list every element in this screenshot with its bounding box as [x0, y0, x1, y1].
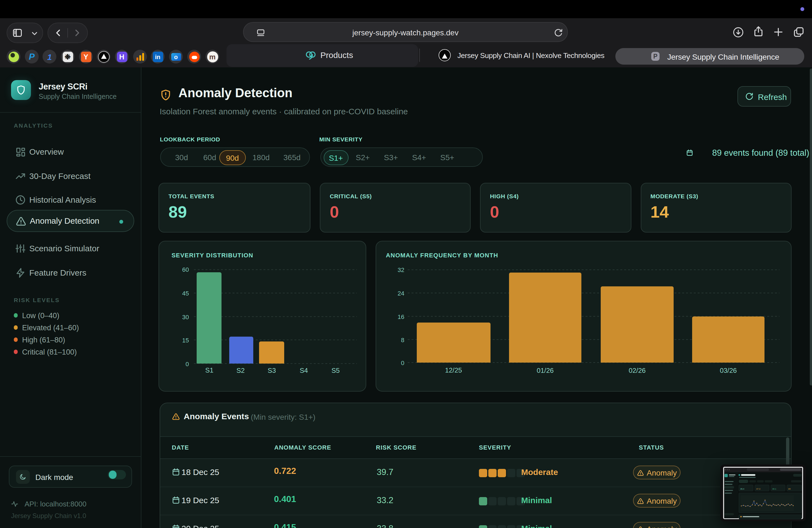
svg-text:S5: S5 — [331, 367, 340, 374]
svg-text:0: 0 — [401, 360, 404, 366]
svg-text:S2: S2 — [236, 367, 245, 374]
svg-text:S3: S3 — [267, 367, 276, 374]
svg-text:45: 45 — [182, 290, 189, 297]
svg-text:S4: S4 — [300, 367, 308, 374]
svg-text:24: 24 — [398, 290, 404, 297]
svg-text:16: 16 — [398, 313, 404, 320]
svg-text:32: 32 — [398, 266, 404, 274]
svg-text:30.1: 30.1 — [772, 487, 776, 490]
svg-text:0: 0 — [186, 361, 189, 368]
svg-text:02/26: 02/26 — [628, 367, 646, 374]
svg-text:30: 30 — [182, 314, 189, 321]
svg-text:35.4: 35.4 — [740, 487, 744, 490]
svg-text:12/25: 12/25 — [445, 366, 462, 374]
svg-text:15: 15 — [182, 337, 189, 344]
svg-text:03/26: 03/26 — [720, 367, 737, 374]
svg-text:89: 89 — [788, 487, 790, 490]
svg-text:47.3: 47.3 — [756, 487, 760, 490]
svg-text:01/26: 01/26 — [537, 367, 554, 374]
svg-text:8: 8 — [401, 337, 404, 343]
svg-text:60: 60 — [182, 266, 189, 273]
svg-text:S1: S1 — [205, 366, 214, 374]
